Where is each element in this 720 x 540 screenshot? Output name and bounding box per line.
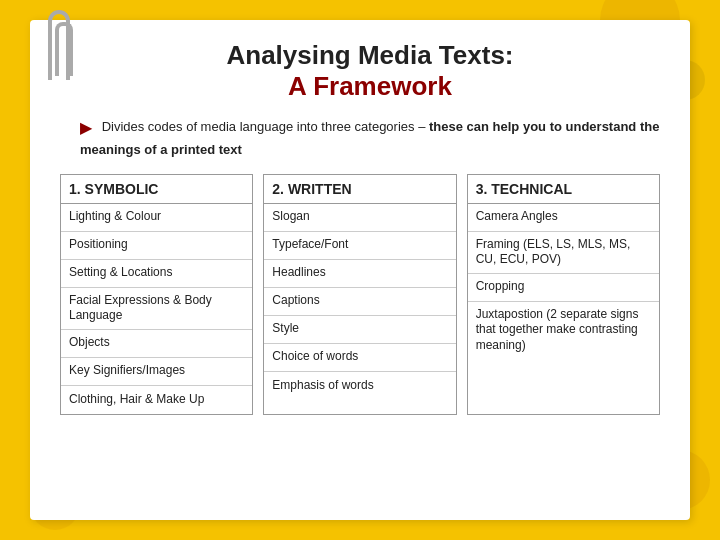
list-item: Slogan — [264, 204, 455, 232]
list-item: Typeface/Font — [264, 232, 455, 260]
column-written-header: 2. WRITTEN — [264, 175, 455, 204]
list-item: Objects — [61, 330, 252, 358]
list-item: Setting & Locations — [61, 260, 252, 288]
list-item: Cropping — [468, 274, 659, 302]
title-section: Analysing Media Texts: A Framework — [60, 40, 660, 102]
column-symbolic-header: 1. SYMBOLIC — [61, 175, 252, 204]
list-item: Camera Angles — [468, 204, 659, 232]
framework-table: 1. SYMBOLIC Lighting & ColourPositioning… — [60, 174, 660, 415]
column-technical: 3. TECHNICAL Camera AnglesFraming (ELS, … — [467, 174, 660, 415]
list-item: Style — [264, 316, 455, 344]
list-item: Key Signifiers/Images — [61, 358, 252, 386]
column-written: 2. WRITTEN SloganTypeface/FontHeadlinesC… — [263, 174, 456, 415]
list-item: Emphasis of words — [264, 372, 455, 400]
list-item: Lighting & Colour — [61, 204, 252, 232]
column-technical-items: Camera AnglesFraming (ELS, LS, MLS, MS, … — [468, 204, 659, 359]
column-symbolic: 1. SYMBOLIC Lighting & ColourPositioning… — [60, 174, 253, 415]
list-item: Clothing, Hair & Make Up — [61, 386, 252, 414]
bullet-icon: ▶ — [80, 116, 92, 140]
main-card: Analysing Media Texts: A Framework ▶ Div… — [30, 20, 690, 520]
column-symbolic-items: Lighting & ColourPositioningSetting & Lo… — [61, 204, 252, 414]
list-item: Captions — [264, 288, 455, 316]
title-line1: Analysing Media Texts: — [80, 40, 660, 71]
column-written-items: SloganTypeface/FontHeadlinesCaptionsStyl… — [264, 204, 455, 400]
intro-plain: Divides codes of media language into thr… — [102, 119, 429, 134]
list-item: Facial Expressions & Body Language — [61, 288, 252, 330]
list-item: Framing (ELS, LS, MLS, MS, CU, ECU, POV) — [468, 232, 659, 274]
intro-text: ▶ Divides codes of media language into t… — [60, 116, 660, 160]
paperclip-icon — [48, 10, 70, 80]
list-item: Headlines — [264, 260, 455, 288]
list-item: Positioning — [61, 232, 252, 260]
list-item: Choice of words — [264, 344, 455, 372]
title-line2: A Framework — [80, 71, 660, 102]
column-technical-header: 3. TECHNICAL — [468, 175, 659, 204]
list-item: Juxtapostion (2 separate signs that toge… — [468, 302, 659, 359]
